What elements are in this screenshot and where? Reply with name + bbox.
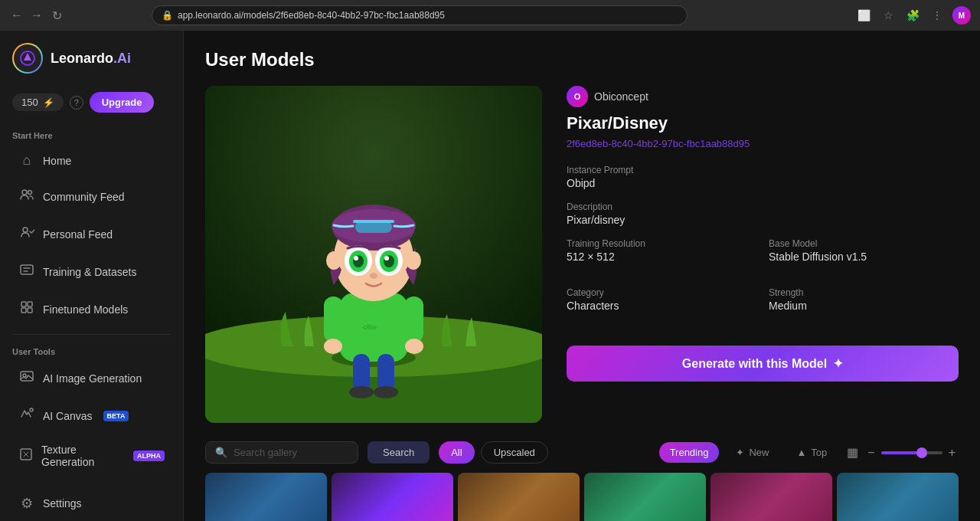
info-grid: Training Resolution 512 × 512 Base Model… <box>567 238 959 324</box>
svg-text:ollie: ollie <box>363 323 377 331</box>
category-value: Characters <box>567 300 756 312</box>
svg-point-4 <box>23 228 28 232</box>
credits-number: 150 <box>21 97 38 108</box>
home-label: Home <box>43 155 71 167</box>
browser-nav-buttons: ← → ↻ <box>9 8 64 23</box>
svg-point-2 <box>22 190 27 195</box>
filter-all-button[interactable]: All <box>439 441 474 464</box>
community-feed-label: Community Feed <box>43 191 125 203</box>
filter-tabs: All Upscaled <box>439 441 548 464</box>
sidebar-item-texture[interactable]: Texture Generation ALPHA <box>6 436 177 476</box>
search-button[interactable]: Search <box>368 441 430 464</box>
sidebar-item-community-feed[interactable]: Community Feed <box>6 179 177 214</box>
browser-action-buttons: ⬜ ☆ 🧩 ⋮ M <box>854 6 971 25</box>
home-icon: ⌂ <box>18 152 35 169</box>
gallery-thumb-5[interactable] <box>710 473 832 521</box>
menu-button[interactable]: ⋮ <box>928 6 946 25</box>
page-title: User Models <box>205 49 959 70</box>
address-bar[interactable]: 🔒 app.leonardo.ai/models/2f6ed8eb-8c40-4… <box>152 5 688 25</box>
svg-point-41 <box>384 256 389 260</box>
zoom-out-button[interactable]: − <box>864 443 877 463</box>
base-model-label: Base Model <box>769 238 959 249</box>
svg-rect-7 <box>28 302 32 306</box>
generate-button[interactable]: Generate with this Model ✦ <box>567 346 959 382</box>
sidebar-item-training[interactable]: Training & Datasets <box>6 254 177 289</box>
sort-new-button[interactable]: ✦ New <box>725 442 779 463</box>
svg-point-3 <box>28 191 32 195</box>
extensions-button[interactable]: ⬜ <box>854 6 873 25</box>
zoom-slider[interactable] <box>881 451 942 454</box>
gallery-thumb-2[interactable] <box>332 473 453 521</box>
sidebar-item-finetuned[interactable]: Finetuned Models <box>6 292 177 326</box>
new-label: New <box>749 447 769 458</box>
svg-marker-1 <box>24 53 31 61</box>
training-resolution-label: Training Resolution <box>567 238 756 249</box>
gallery-thumb-1[interactable] <box>205 473 327 521</box>
reload-button[interactable]: ↻ <box>49 8 64 23</box>
search-input[interactable] <box>234 447 348 458</box>
search-container[interactable]: 🔍 <box>205 441 358 464</box>
logo-text: Leonardo.Ai <box>51 51 131 67</box>
ai-canvas-label: AI Canvas <box>43 410 93 422</box>
main-content: User Models <box>184 31 980 521</box>
svg-rect-33 <box>353 220 394 223</box>
zoom-in-button[interactable]: + <box>946 443 959 463</box>
url-text: app.leonardo.ai/models/2f6ed8eb-8c40-4bb… <box>178 10 445 21</box>
user-tools-label: User Tools <box>0 341 183 359</box>
credits-display: 150 ⚡ <box>12 93 64 111</box>
start-here-label: Start Here <box>0 125 183 143</box>
puzzle-button[interactable]: 🧩 <box>903 6 922 25</box>
gallery-toolbar: 🔍 Search All Upscaled Trending ✦ New ▲ T… <box>205 441 959 464</box>
instance-prompt-value: Obipd <box>567 177 959 189</box>
browser-user-avatar[interactable]: M <box>952 6 971 25</box>
settings-icon: ⚙ <box>18 495 35 512</box>
logo-avatar-inner <box>14 44 41 72</box>
top-icon: ▲ <box>796 447 806 458</box>
lock-icon: 🔒 <box>162 10 173 21</box>
svg-rect-21 <box>404 297 423 342</box>
personal-icon <box>18 224 35 244</box>
app-container: Leonardo.Ai 150 ⚡ ? Upgrade Start Here ⌂… <box>0 31 980 521</box>
finetuned-icon <box>18 300 35 319</box>
svg-rect-20 <box>324 297 343 342</box>
top-label: Top <box>811 447 827 458</box>
gallery-thumb-3[interactable] <box>458 473 580 521</box>
sort-trending-button[interactable]: Trending <box>659 442 720 463</box>
grid-view-button[interactable]: ▦ <box>844 442 861 463</box>
strength-label: Strength <box>769 287 959 298</box>
sidebar-item-settings[interactable]: ⚙ Settings <box>6 487 177 519</box>
sidebar-header: Leonardo.Ai <box>0 31 183 86</box>
svg-point-27 <box>374 386 398 398</box>
upgrade-button[interactable]: Upgrade <box>90 92 155 113</box>
model-view: ollie O Obiconcept Pixar/Disney 2f <box>205 86 959 423</box>
strength-row: Strength Medium <box>769 287 959 312</box>
svg-point-22 <box>324 339 342 354</box>
alpha-badge: ALPHA <box>133 451 165 461</box>
forward-button[interactable]: → <box>29 8 44 23</box>
lightning-icon: ⚡ <box>43 97 54 108</box>
help-icon[interactable]: ? <box>70 96 83 110</box>
category-row: Category Characters <box>567 287 756 312</box>
instance-prompt-row: Instance Prompt Obipd <box>567 165 959 189</box>
sort-top-button[interactable]: ▲ Top <box>786 442 838 463</box>
sidebar-item-ai-image[interactable]: AI Image Generation <box>6 361 177 395</box>
model-id: 2f6ed8eb-8c40-4bb2-97bc-fbc1aab88d95 <box>567 138 959 149</box>
sidebar-item-home[interactable]: ⌂ Home <box>6 145 177 176</box>
star-button[interactable]: ☆ <box>879 6 897 25</box>
ai-canvas-icon <box>18 406 35 425</box>
sidebar-item-ai-canvas[interactable]: AI Canvas BETA <box>6 398 177 433</box>
gallery-images <box>205 473 959 521</box>
sidebar-item-personal-feed[interactable]: Personal Feed <box>6 217 177 251</box>
sidebar: Leonardo.Ai 150 ⚡ ? Upgrade Start Here ⌂… <box>0 31 184 521</box>
credits-bar: 150 ⚡ ? Upgrade <box>0 86 183 125</box>
gallery-thumb-4[interactable] <box>584 473 706 521</box>
base-model-row: Base Model Stable Diffusion v1.5 <box>769 238 959 263</box>
svg-rect-6 <box>21 302 26 306</box>
svg-point-12 <box>30 408 33 411</box>
back-button[interactable]: ← <box>9 8 24 23</box>
ai-image-label: AI Image Generation <box>43 372 142 385</box>
finetuned-label: Finetuned Models <box>43 303 128 316</box>
filter-upscaled-button[interactable]: Upscaled <box>481 441 548 464</box>
gallery-thumb-6[interactable] <box>837 473 959 521</box>
texture-label: Texture Generation <box>41 444 122 468</box>
